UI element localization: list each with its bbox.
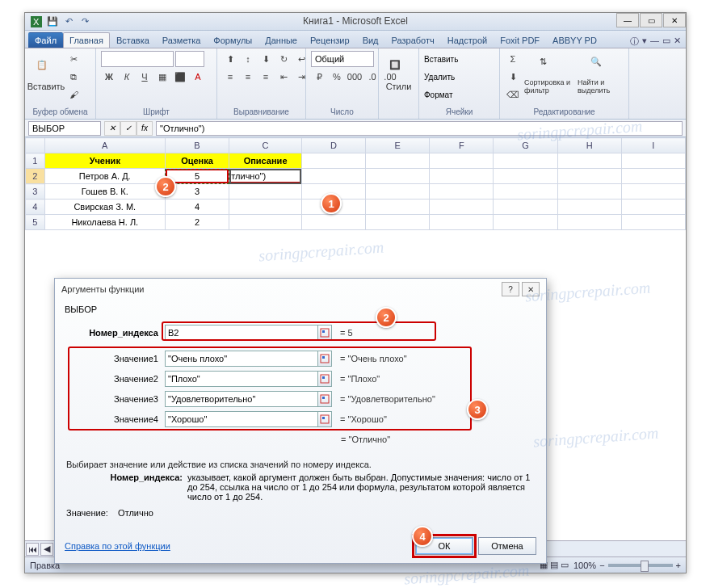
insert-cells-button[interactable]: Вставить	[424, 55, 458, 64]
cell[interactable]	[621, 200, 685, 215]
styles-button[interactable]: 🔲Стили	[384, 51, 414, 99]
cell-B5[interactable]: 2	[165, 215, 229, 230]
col-header-A[interactable]: A	[44, 138, 165, 153]
row-header[interactable]: 4	[26, 200, 45, 215]
arg-value3-input[interactable]: "Удовлетворительно"	[165, 391, 318, 407]
cell-A5[interactable]: Николаева Н. Л.	[44, 215, 165, 230]
tab-layout[interactable]: Разметка	[156, 32, 208, 48]
orientation-icon[interactable]: ↻	[275, 51, 292, 67]
cell[interactable]	[621, 215, 685, 230]
font-name-select[interactable]	[101, 51, 174, 67]
tab-view[interactable]: Вид	[356, 32, 385, 48]
clear-icon[interactable]: ⌫	[505, 86, 521, 103]
font-size-select[interactable]	[175, 51, 204, 67]
paste-button[interactable]: 📋 Вставить	[30, 51, 62, 99]
tab-addin[interactable]: Надстрой	[441, 32, 494, 48]
cell[interactable]	[557, 184, 621, 200]
cell[interactable]	[621, 184, 685, 200]
enter-formula-button[interactable]: ✓	[120, 121, 137, 136]
dialog-close-button[interactable]: ✕	[522, 282, 540, 296]
zoom-level[interactable]: 100%	[573, 561, 596, 570]
help-icon[interactable]: ⓘ	[630, 36, 639, 48]
cell-C4[interactable]	[229, 200, 302, 215]
tab-home[interactable]: Главная	[63, 32, 110, 48]
cell-A1[interactable]: Ученик	[44, 153, 165, 169]
cell[interactable]	[494, 184, 557, 200]
col-header-G[interactable]: G	[494, 138, 557, 153]
format-painter-icon[interactable]: 🖌	[65, 86, 82, 103]
cell[interactable]	[621, 169, 685, 184]
cell[interactable]	[430, 215, 494, 230]
cancel-button[interactable]: Отмена	[478, 537, 536, 555]
cell[interactable]	[494, 215, 557, 230]
zoom-out-button[interactable]: −	[599, 561, 604, 570]
cell[interactable]	[430, 184, 494, 200]
find-button[interactable]: 🔍Найти и выделить	[578, 51, 622, 99]
cell[interactable]	[494, 153, 557, 169]
cell[interactable]	[366, 169, 430, 184]
fx-button[interactable]: fx	[137, 121, 153, 136]
name-box[interactable]: ВЫБОР	[28, 121, 101, 136]
border-button[interactable]: ▦	[154, 69, 170, 85]
cell-C3[interactable]	[229, 184, 302, 200]
cell-C1[interactable]: Описание	[229, 153, 302, 169]
italic-button[interactable]: К	[119, 69, 135, 85]
number-format-select[interactable]: Общий	[311, 51, 374, 67]
minimize-button[interactable]: —	[616, 13, 639, 27]
cell[interactable]	[366, 200, 430, 215]
align-right-icon[interactable]: ≡	[258, 69, 274, 85]
cell-C5[interactable]	[229, 215, 302, 230]
cell[interactable]	[366, 184, 430, 200]
doc-max-icon[interactable]: ▭	[662, 36, 670, 48]
view-break-icon[interactable]: ▭	[561, 560, 569, 570]
col-header-E[interactable]: E	[366, 138, 430, 153]
redo-icon[interactable]: ↷	[78, 15, 91, 28]
select-all-corner[interactable]	[26, 138, 45, 153]
font-color-button[interactable]: A	[190, 69, 206, 85]
row-header[interactable]: 2	[26, 169, 45, 184]
align-bot-icon[interactable]: ⬇	[258, 51, 274, 67]
sort-filter-button[interactable]: ⇅Сортировка и фильтр	[524, 51, 574, 99]
col-header-F[interactable]: F	[430, 138, 494, 153]
arg-value2-input[interactable]: "Плохо"	[165, 371, 318, 387]
col-header-H[interactable]: H	[557, 138, 621, 153]
dialog-help-button[interactable]: ?	[502, 282, 519, 296]
cell[interactable]	[430, 200, 494, 215]
cell[interactable]	[557, 215, 621, 230]
row-header[interactable]: 3	[26, 184, 45, 200]
cell[interactable]	[301, 215, 365, 230]
range-picker-icon[interactable]	[317, 411, 332, 427]
zoom-in-button[interactable]: +	[676, 561, 681, 570]
tab-abbyy[interactable]: ABBYY PD	[546, 32, 603, 48]
tab-foxit[interactable]: Foxit PDF	[494, 32, 546, 48]
cell-B4[interactable]: 4	[165, 200, 229, 215]
percent-icon[interactable]: %	[329, 69, 345, 85]
close-button[interactable]: ✕	[663, 13, 686, 27]
arg-index-input[interactable]: B2	[165, 325, 318, 341]
arg-value4-input[interactable]: "Хорошо"	[165, 411, 318, 427]
cell[interactable]	[621, 153, 685, 169]
cell[interactable]	[557, 169, 621, 184]
comma-icon[interactable]: 000	[347, 69, 363, 85]
row-header[interactable]: 1	[26, 153, 45, 169]
fill-icon[interactable]: ⬇	[505, 69, 521, 85]
align-left-icon[interactable]: ≡	[222, 69, 238, 85]
autosum-icon[interactable]: Σ	[505, 51, 521, 67]
view-layout-icon[interactable]: ▤	[550, 560, 558, 570]
cell[interactable]	[494, 200, 557, 215]
cut-icon[interactable]: ✂	[65, 51, 82, 67]
arg-value1-input[interactable]: "Очень плохо"	[165, 351, 318, 367]
cell-A3[interactable]: Гошев В. К.	[44, 184, 165, 200]
cell[interactable]	[366, 215, 430, 230]
range-picker-icon[interactable]	[317, 351, 332, 367]
col-header-D[interactable]: D	[301, 138, 365, 153]
sheet-nav-first-icon[interactable]: ⏮	[26, 543, 39, 556]
underline-button[interactable]: Ч	[137, 69, 153, 85]
tab-data[interactable]: Данные	[258, 32, 304, 48]
bold-button[interactable]: Ж	[101, 69, 117, 85]
range-picker-icon[interactable]	[317, 325, 332, 341]
doc-min-icon[interactable]: —	[650, 36, 659, 48]
worksheet[interactable]: A B C D E F G H I 1 Ученик Оценка Описан…	[25, 137, 686, 230]
cell-A4[interactable]: Свирская З. М.	[44, 200, 165, 215]
col-header-B[interactable]: B	[165, 138, 229, 153]
